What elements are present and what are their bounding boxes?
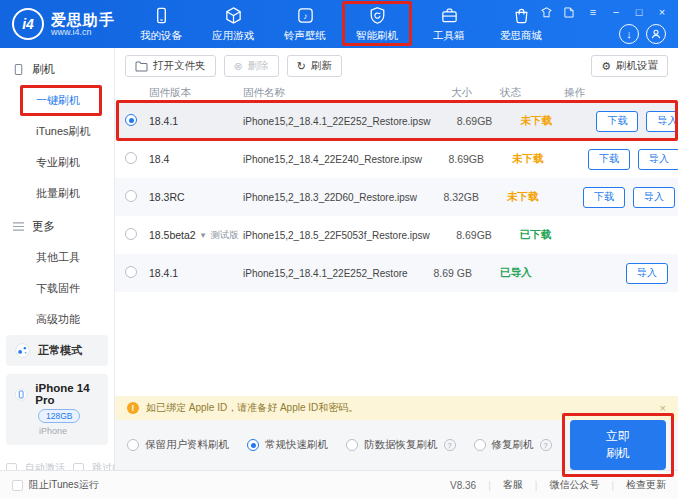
firmware-filename: iPhone15,2_18.5_22F5053f_Restore.ipsw: [243, 230, 430, 241]
customer-service-link[interactable]: 客服: [503, 478, 523, 492]
wechat-official-link[interactable]: 微信公众号: [549, 478, 599, 492]
skin-icon[interactable]: [541, 7, 553, 18]
download-button[interactable]: 下载: [596, 111, 638, 132]
anti-recovery-radio[interactable]: [346, 439, 358, 451]
nav-label: 应用游戏: [212, 29, 254, 43]
svg-text:♪: ♪: [303, 11, 307, 21]
block-itunes-option[interactable]: 阻止iTunes运行: [12, 478, 99, 492]
option-repair-flash[interactable]: 修复刷机 ?: [474, 438, 552, 452]
nav-ringtones-wallpapers[interactable]: ♪ 铃声壁纸: [281, 6, 329, 43]
help-icon[interactable]: ?: [444, 439, 456, 451]
table-row[interactable]: 18.4 iPhone15,2_18.4_22E240_Restore.ipsw…: [115, 140, 678, 178]
firmware-radio[interactable]: [125, 266, 137, 278]
iphone-icon: [14, 386, 28, 403]
divider: |: [611, 480, 614, 491]
feedback-icon[interactable]: [564, 7, 576, 18]
help-icon[interactable]: ?: [540, 439, 552, 451]
flash-settings-button[interactable]: ⚙ 刷机设置: [591, 55, 668, 77]
firmware-filename: iPhone15,2_18.4.1_22E252_Restore.ipsw: [243, 116, 430, 127]
nav-apps-games[interactable]: 应用游戏: [209, 6, 257, 43]
firmware-toolbar: 打开文件夹 ⊗ 删除 ↻ 刷新 ⚙ 刷机设置: [115, 48, 678, 84]
firmware-radio[interactable]: [125, 190, 137, 202]
close-icon[interactable]: ×: [656, 6, 668, 18]
firmware-version: 18.4: [149, 153, 243, 165]
firmware-version: 18.4.1: [149, 115, 243, 127]
open-folder-button[interactable]: 打开文件夹: [125, 55, 216, 77]
menu-icon[interactable]: ≡: [587, 6, 599, 18]
check-update-link[interactable]: 检查更新: [626, 478, 666, 492]
firmware-filename: iPhone15,2_18.3_22D60_Restore.ipsw: [243, 192, 417, 203]
repair-flash-radio[interactable]: [474, 439, 486, 451]
download-button[interactable]: 下载: [583, 187, 625, 208]
device-info-card: iPhone 14 Pro 128GB iPhone: [6, 374, 108, 445]
sidebar-section-more: 更多: [0, 217, 114, 242]
app-url: www.i4.cn: [51, 27, 115, 37]
download-button[interactable]: 下载: [588, 149, 630, 170]
table-row[interactable]: 18.4.1 iPhone15,2_18.4.1_22E252_Restore.…: [115, 102, 678, 140]
firmware-size: 8.69 GB: [410, 267, 472, 279]
col-version: 固件版本: [149, 86, 243, 100]
keep-data-radio[interactable]: [127, 439, 139, 451]
topbar: i4 爱思助手 www.i4.cn 我的设备 应用游戏 ♪: [0, 0, 678, 48]
firmware-version: 18.5beta2: [149, 229, 196, 241]
import-button[interactable]: 导入: [646, 111, 678, 132]
divider: |: [535, 480, 538, 491]
sidebar-item-itunes-flash[interactable]: iTunes刷机: [0, 116, 114, 147]
warning-icon: !: [127, 402, 139, 414]
folder-icon: [135, 61, 148, 72]
col-name: 固件名称: [243, 86, 410, 100]
minimize-icon[interactable]: −: [610, 6, 622, 18]
firmware-radio[interactable]: [125, 228, 137, 240]
sidebar: 刷机 一键刷机 iTunes刷机 专业刷机 批量刷机 更多 其他工具 下载固件 …: [0, 48, 115, 470]
firmware-radio[interactable]: [125, 152, 137, 164]
logo-icon: i4: [12, 8, 44, 40]
firmware-size: 8.69GB: [430, 115, 492, 127]
firmware-status: 未下载: [484, 152, 566, 166]
empty-area: [115, 292, 678, 396]
firmware-radio[interactable]: [125, 114, 137, 126]
nav-toolbox[interactable]: 工具箱: [425, 6, 473, 43]
block-itunes-checkbox[interactable]: [12, 480, 23, 491]
nav-my-devices[interactable]: 我的设备: [137, 6, 185, 43]
notice-close-icon[interactable]: ×: [660, 402, 666, 414]
shopping-bag-icon: [512, 6, 531, 26]
block-itunes-label: 阻止iTunes运行: [29, 478, 99, 492]
import-button[interactable]: 导入: [633, 187, 675, 208]
option-quick-flash[interactable]: 常规快速刷机: [247, 438, 328, 452]
download-center-icon[interactable]: ↓: [619, 24, 639, 44]
sidebar-item-other-tools[interactable]: 其他工具: [0, 242, 114, 273]
option-keep-user-data[interactable]: 保留用户资料刷机: [127, 438, 229, 452]
delete-button[interactable]: ⊗ 删除: [224, 55, 279, 77]
flash-now-button[interactable]: 立即刷机: [570, 420, 667, 470]
nav-smart-flash[interactable]: 智能刷机: [353, 6, 401, 43]
firmware-status: 已下载: [492, 228, 574, 242]
sidebar-section-flash: 刷机: [0, 60, 114, 85]
option-anti-recovery-flash[interactable]: 防数据恢复刷机 ?: [346, 438, 456, 452]
refresh-button[interactable]: ↻ 刷新: [287, 55, 342, 77]
firmware-status: 未下载: [492, 114, 574, 128]
maximize-icon[interactable]: □: [633, 6, 645, 18]
caret-down-icon[interactable]: ▾: [201, 230, 206, 240]
cube-icon: [224, 6, 243, 26]
sidebar-item-pro-flash[interactable]: 专业刷机: [0, 147, 114, 178]
sidebar-item-download-firmware[interactable]: 下载固件: [0, 273, 114, 304]
table-row[interactable]: 18.3RC iPhone15,2_18.3_22D60_Restore.ips…: [115, 178, 678, 216]
table-row[interactable]: 18.5beta2 ▾ 测试版 iPhone15,2_18.5_22F5053f…: [115, 216, 678, 254]
firmware-size: 8.69GB: [430, 229, 492, 241]
nav-label: 铃声壁纸: [284, 29, 326, 43]
import-button[interactable]: 导入: [626, 263, 668, 284]
sidebar-item-advanced[interactable]: 高级功能: [0, 304, 114, 335]
beta-tag: 测试版: [210, 229, 239, 242]
flash-options-bar: 保留用户资料刷机 常规快速刷机 防数据恢复刷机 ? 修复刷机 ?: [115, 420, 678, 470]
account-icon[interactable]: [646, 24, 666, 44]
import-button[interactable]: 导入: [638, 149, 678, 170]
firmware-version: 18.4.1: [149, 267, 243, 279]
phone-icon: [152, 6, 171, 26]
table-row[interactable]: 18.4.1 iPhone15,2_18.4.1_22E252_Restore …: [115, 254, 678, 292]
quick-flash-radio[interactable]: [247, 439, 259, 451]
sidebar-item-batch-flash[interactable]: 批量刷机: [0, 178, 114, 209]
firmware-status: 未下载: [479, 190, 561, 204]
sidebar-item-one-click-flash[interactable]: 一键刷机: [0, 85, 114, 116]
nav-i4-store[interactable]: 爱思商城: [497, 6, 545, 43]
col-status: 状态: [472, 86, 554, 100]
